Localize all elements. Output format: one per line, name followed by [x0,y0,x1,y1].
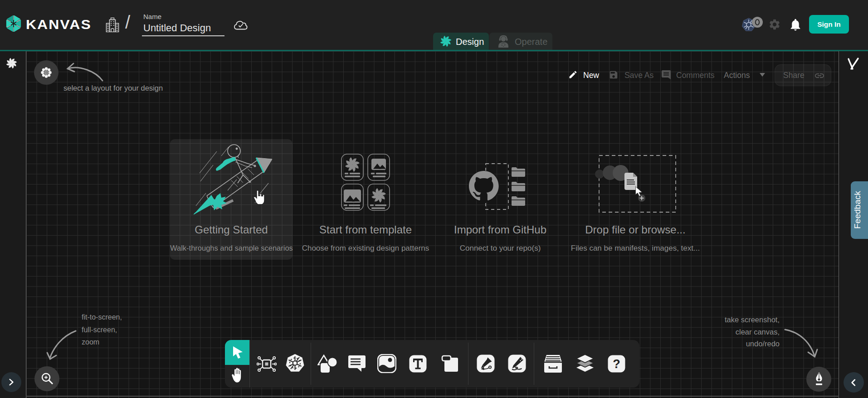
svg-text:?: ? [613,357,620,371]
